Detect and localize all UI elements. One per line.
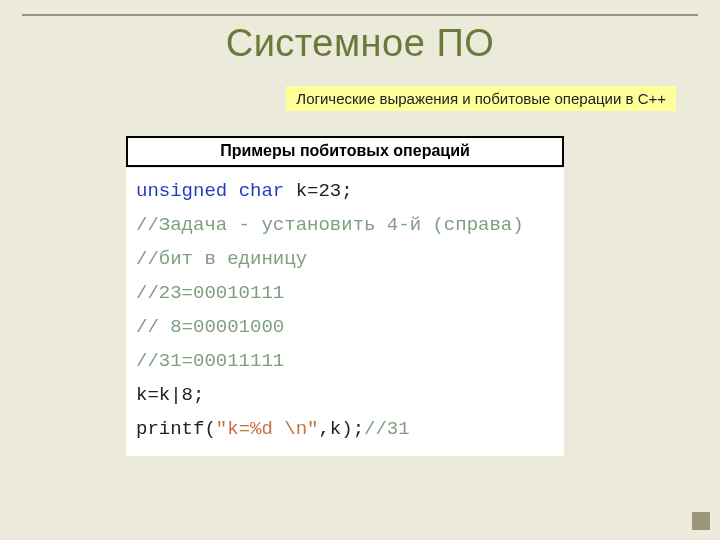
code-comment: // 8=00001000 (136, 316, 284, 338)
code-text: printf( (136, 418, 216, 440)
code-comment: //31=00011111 (136, 350, 284, 372)
code-keyword: unsigned (136, 180, 227, 202)
code-sample: unsigned char k=23; //Задача - установит… (126, 168, 564, 456)
code-comment: //бит в единицу (136, 248, 307, 270)
section-heading: Примеры побитовых операций (126, 136, 564, 167)
page-title: Системное ПО (0, 22, 720, 65)
corner-accent (692, 512, 710, 530)
code-text: k=k|8; (136, 384, 204, 406)
code-comment: //Задача - установить 4-й (справа) (136, 214, 524, 236)
subtitle-banner: Логические выражения и побитовые операци… (286, 86, 676, 111)
code-keyword: char (239, 180, 285, 202)
code-comment: //23=00010111 (136, 282, 284, 304)
code-comment: //31 (364, 418, 410, 440)
top-rule (22, 14, 698, 16)
code-string: "k=%d \n" (216, 418, 319, 440)
code-text: k=23; (284, 180, 352, 202)
code-text: ,k); (318, 418, 364, 440)
